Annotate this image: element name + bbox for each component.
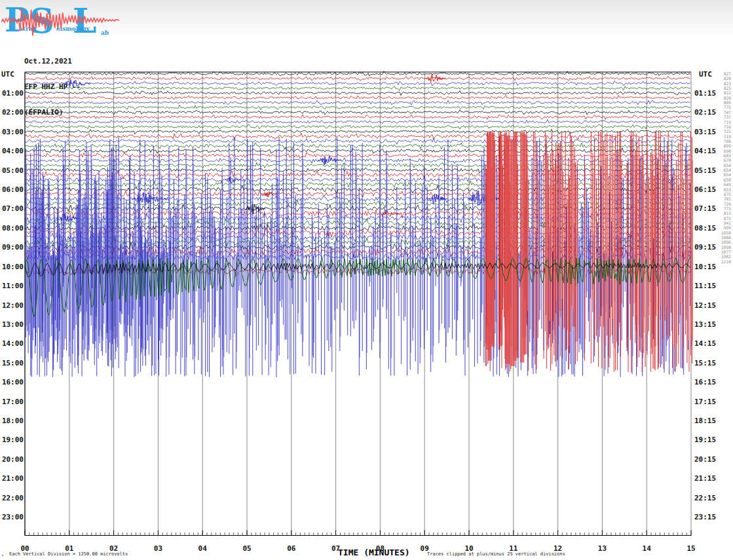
- left-hour-label: 12:00: [2, 301, 24, 310]
- right-hour-label: 12:15: [694, 301, 716, 310]
- left-hour-label: 20:00: [2, 455, 24, 464]
- row-peak-value: 675: [724, 192, 732, 196]
- right-hour-label: 15:15: [694, 359, 716, 367]
- left-hour-label: 10:00: [2, 263, 24, 271]
- footer-scale-note: Each Vertical Division = 1250.00 microvo…: [9, 551, 128, 557]
- row-peak-value: 719: [724, 134, 732, 139]
- seismogram-page: PSLatraseismologyab Oct.12,2021 EFP HHZ …: [0, 0, 733, 560]
- x-tick-label: 06: [287, 544, 296, 553]
- row-peak-value: 690: [724, 149, 732, 153]
- left-hour-label: 19:00: [2, 436, 24, 444]
- left-hour-label: 17:00: [2, 398, 24, 406]
- right-hour-label: 14:15: [694, 339, 716, 348]
- right-hour-label: 22:15: [694, 494, 716, 502]
- row-peak-value: 699: [724, 143, 732, 148]
- left-hour-label: 01:00: [2, 89, 24, 98]
- x-tick-label: 05: [242, 544, 251, 553]
- right-hour-label: 11:15: [694, 282, 716, 290]
- row-peak-value: 1096: [721, 240, 731, 244]
- row-peak-value: 649: [724, 182, 732, 187]
- left-hour-label: 15:00: [2, 359, 24, 367]
- x-tick-label: 03: [154, 544, 162, 553]
- right-hour-label: 02:15: [694, 108, 716, 117]
- row-peak-value: 775: [724, 105, 732, 109]
- corner-glyph: ▴: [1, 552, 4, 557]
- row-peak-value: 654: [724, 172, 732, 177]
- right-hour-label: 21:15: [694, 474, 716, 483]
- left-hour-label: 23:00: [2, 513, 24, 521]
- row-peak-value: 670: [724, 158, 732, 162]
- row-peak-value: 773: [724, 206, 732, 211]
- row-peak-value: 747: [724, 110, 732, 115]
- right-hour-label: 04:15: [694, 147, 716, 155]
- utc-label-left: UTC: [1, 70, 14, 79]
- row-peak-value: 729: [724, 202, 732, 206]
- row-peak-value: 805: [724, 100, 732, 105]
- row-peak-value: 1086: [721, 235, 731, 240]
- utc-label-right: UTC: [699, 70, 712, 79]
- row-peak-value: 1082: [721, 254, 731, 259]
- right-hour-label: 10:15: [694, 263, 716, 271]
- row-peak-value: 706: [724, 139, 732, 143]
- left-hour-label: 11:00: [2, 282, 24, 290]
- row-peak-value: 719: [724, 120, 732, 124]
- right-hour-label: 09:15: [694, 243, 716, 252]
- right-hour-label: 16:15: [694, 378, 716, 386]
- x-axis-title: TIME (MINUTES): [338, 548, 410, 557]
- row-peak-value: 822: [724, 90, 732, 95]
- row-peak-value: 1098: [721, 245, 731, 250]
- left-hour-label: 09:00: [2, 243, 24, 252]
- left-hour-label: 03:00: [2, 128, 24, 136]
- right-hour-label: 07:15: [694, 204, 716, 213]
- row-peak-value: 820: [724, 96, 732, 100]
- right-hour-label: 18:15: [694, 417, 716, 425]
- left-hour-label: 21:00: [2, 474, 24, 483]
- left-hour-label: 08:00: [2, 224, 24, 233]
- row-peak-value: 722: [724, 129, 732, 134]
- row-peak-value: 999: [724, 225, 732, 230]
- left-hour-label: 07:00: [2, 204, 24, 213]
- row-peak-value: 653: [724, 187, 732, 192]
- row-peak-value: 701: [724, 196, 732, 201]
- right-hour-label: 08:15: [694, 224, 716, 233]
- row-peak-value: 875: [724, 216, 732, 221]
- row-peak-value: 941: [724, 221, 732, 225]
- row-peak-value: 716: [724, 124, 732, 129]
- left-hour-label: 05:00: [2, 166, 24, 175]
- row-peak-value: 823: [724, 81, 732, 86]
- row-peak-value: 654: [724, 168, 732, 172]
- footer-clip-note: Traces clipped at plus/minus 25 vertical…: [427, 551, 565, 557]
- row-peak-value: 683: [724, 153, 732, 158]
- x-tick-label: 14: [643, 544, 652, 553]
- x-axis-ticks: [25, 531, 691, 536]
- left-hour-label: 02:00: [2, 108, 24, 117]
- row-peak-value: 813: [724, 211, 732, 215]
- left-hour-label: 16:00: [2, 378, 24, 386]
- row-peak-value: 820: [724, 76, 732, 81]
- row-peak-value: 654: [724, 163, 732, 168]
- right-hour-label: 20:15: [694, 455, 716, 464]
- helicorder-plot: UTCUTC01:0002:0003:0004:0005:0006:0007:0…: [0, 0, 733, 560]
- right-hour-label: 19:15: [694, 436, 716, 444]
- row-peak-value: 1050: [721, 231, 731, 235]
- left-hour-label: 22:00: [2, 494, 24, 502]
- left-hour-label: 18:00: [2, 417, 24, 425]
- x-tick-label: 15: [686, 544, 695, 553]
- right-hour-label: 17:15: [694, 398, 716, 406]
- x-tick-label: 04: [198, 544, 208, 553]
- left-hour-label: 06:00: [2, 185, 24, 194]
- row-peak-value: 737: [724, 115, 732, 119]
- right-hour-label: 13:15: [694, 320, 716, 329]
- left-hour-label: 04:00: [2, 147, 24, 155]
- row-peak-values: 8278208238258228208057757477377197167227…: [721, 71, 731, 264]
- right-hour-label: 03:15: [694, 128, 716, 136]
- x-tick-label: 13: [598, 544, 607, 553]
- right-hour-label: 01:15: [694, 89, 716, 98]
- row-peak-value: 1077: [721, 250, 731, 254]
- left-hour-label: 13:00: [2, 320, 24, 329]
- right-hour-label: 23:15: [694, 513, 716, 521]
- right-hour-label: 05:15: [694, 166, 716, 175]
- left-hour-label: 14:00: [2, 339, 24, 348]
- row-peak-value: 1218: [721, 259, 731, 264]
- row-peak-value: 827: [724, 71, 732, 76]
